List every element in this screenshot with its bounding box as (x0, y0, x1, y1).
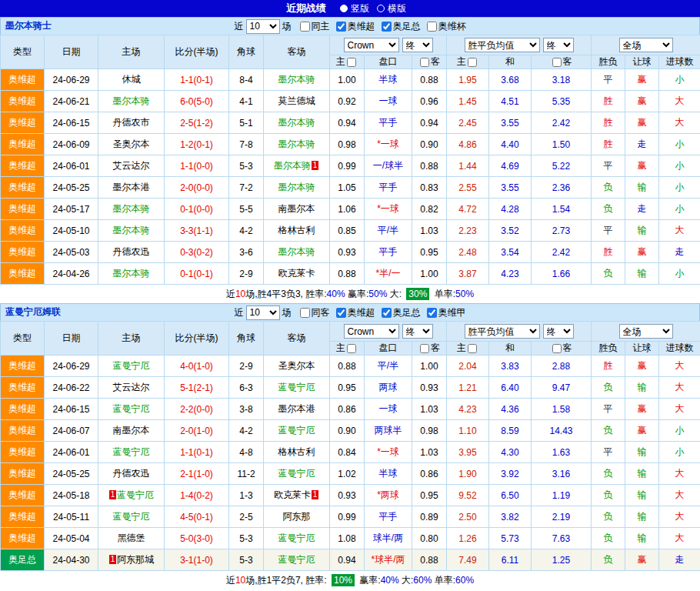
away-team-cell[interactable]: 蓝曼宁厄 (264, 377, 330, 399)
team-name-link[interactable]: 蓝曼宁厄姆联 (5, 304, 61, 320)
league-cell[interactable]: 奥维超 (1, 134, 45, 155)
avg-away-checkbox[interactable] (552, 58, 562, 67)
away-team-cell[interactable]: 南墨尔本 (264, 199, 330, 220)
home-team-cell[interactable]: 蓝曼宁厄 (98, 356, 165, 377)
filter-checkbox[interactable] (427, 308, 437, 318)
away-team-cell[interactable]: 蓝曼宁厄 (264, 463, 330, 485)
league-filter[interactable]: 同主 (300, 18, 330, 35)
avg-home-checkbox[interactable] (468, 58, 477, 67)
home-team-cell[interactable]: 墨尔本港 (98, 177, 165, 199)
home-team-cell[interactable]: 艾云达尔 (98, 155, 165, 177)
league-cell[interactable]: 奥维超 (1, 220, 45, 242)
bookmaker-select[interactable]: Crown (344, 38, 399, 52)
away-team-cell[interactable]: 墨尔本骑 (264, 134, 330, 155)
avg-away-checkbox[interactable] (552, 344, 562, 353)
away-team-cell[interactable]: 阿东那 (264, 506, 330, 528)
home-team-cell[interactable]: 墨尔本骑 (98, 91, 165, 112)
home-team-cell[interactable]: 1阿东那城 (98, 549, 165, 571)
home-team-cell[interactable]: 黑德堡 (98, 528, 165, 549)
league-cell[interactable]: 奥维超 (1, 463, 45, 485)
league-cell[interactable]: 奥维超 (1, 377, 45, 399)
odds-away-checkbox[interactable] (420, 58, 429, 67)
away-team-cell[interactable]: 墨尔本骑 (264, 69, 330, 91)
home-team-cell[interactable]: 艾云达尔 (98, 377, 165, 399)
home-team-cell[interactable]: 丹德农迅 (98, 463, 165, 485)
home-team-cell[interactable]: 丹德农迅 (98, 242, 165, 263)
filter-checkbox[interactable] (382, 22, 392, 32)
avg-odds-select[interactable]: 胜平负均值 (465, 38, 540, 52)
away-team-cell[interactable]: 圣奥尔本 (264, 356, 330, 377)
final-odds-select[interactable]: 终 (402, 324, 433, 339)
final-avg-select[interactable]: 终 (543, 324, 574, 339)
match-count-select[interactable]: 10 (246, 306, 280, 320)
home-team-cell[interactable]: 蓝曼宁厄 (98, 442, 165, 463)
filter-checkbox[interactable] (300, 308, 310, 318)
bookmaker-select[interactable]: Crown (344, 324, 399, 339)
away-team-cell[interactable]: 蓝曼宁厄 (264, 528, 330, 549)
away-team-cell[interactable]: 莫兰德城 (264, 91, 330, 112)
home-team-cell[interactable]: 1蓝曼宁厄 (98, 485, 165, 506)
away-team-cell[interactable]: 格林古利 (264, 220, 330, 242)
home-team-cell[interactable]: 南墨尔本 (98, 420, 165, 442)
away-team-cell[interactable]: 格林古利 (264, 442, 330, 463)
league-cell[interactable]: 奥维超 (1, 442, 45, 463)
away-team-cell[interactable]: 墨尔本骑 (264, 177, 330, 199)
league-filter[interactable]: 奥维甲 (427, 305, 466, 321)
league-cell[interactable]: 奥维超 (1, 112, 45, 134)
filter-checkbox[interactable] (300, 22, 310, 32)
filter-checkbox[interactable] (336, 308, 346, 318)
filter-checkbox[interactable] (382, 308, 392, 318)
away-team-cell[interactable]: 墨尔本骑 (264, 112, 330, 134)
home-team-cell[interactable]: 圣奥尔本 (98, 134, 165, 155)
home-team-cell[interactable]: 丹德农市 (98, 112, 165, 134)
league-filter[interactable]: 奥维杯 (427, 18, 466, 35)
away-team-cell[interactable]: 墨尔本骑1 (264, 155, 330, 177)
home-team-cell[interactable]: 墨尔本骑 (98, 263, 165, 285)
league-filter[interactable]: 奥足总 (382, 305, 421, 321)
team-name-link[interactable]: 墨尔本骑士 (5, 18, 52, 34)
layout-radio[interactable]: 横版 (377, 2, 406, 15)
final-odds-select[interactable]: 终 (402, 38, 433, 52)
away-team-cell[interactable]: 墨尔本骑 (264, 242, 330, 263)
filter-checkbox[interactable] (427, 22, 437, 32)
league-cell[interactable]: 奥维超 (1, 69, 45, 91)
league-cell[interactable]: 奥维超 (1, 155, 45, 177)
league-filter[interactable]: 奥维超 (336, 305, 375, 321)
filter-checkbox[interactable] (336, 22, 346, 32)
away-team-cell[interactable]: 蓝曼宁厄 (264, 549, 330, 571)
home-team-cell[interactable]: 墨尔本骑 (98, 220, 165, 242)
fulltime-select[interactable]: 全场 (619, 324, 673, 339)
match-count-select[interactable]: 10 (246, 19, 280, 34)
odds-away-checkbox[interactable] (420, 344, 429, 353)
league-filter[interactable]: 奥足总 (382, 18, 421, 35)
away-team-cell[interactable]: 蓝曼宁厄 (264, 420, 330, 442)
league-cell[interactable]: 奥维超 (1, 528, 45, 549)
avg-home-checkbox[interactable] (468, 344, 477, 353)
league-cell[interactable]: 奥维超 (1, 177, 45, 199)
home-team-cell[interactable]: 蓝曼宁厄 (98, 506, 165, 528)
league-cell[interactable]: 奥维超 (1, 356, 45, 377)
league-cell[interactable]: 奥维超 (1, 399, 45, 420)
league-cell[interactable]: 奥维超 (1, 506, 45, 528)
league-cell[interactable]: 奥维超 (1, 91, 45, 112)
league-cell[interactable]: 奥维超 (1, 485, 45, 506)
league-cell[interactable]: 奥维超 (1, 420, 45, 442)
league-cell[interactable]: 奥维超 (1, 199, 45, 220)
home-team-cell[interactable]: 蓝曼宁厄 (98, 399, 165, 420)
league-cell[interactable]: 奥维超 (1, 263, 45, 285)
league-filter[interactable]: 同客 (300, 305, 330, 321)
avg-odds-select[interactable]: 胜平负均值 (465, 324, 540, 339)
home-team-cell[interactable]: 休城 (98, 69, 165, 91)
odds-home-checkbox[interactable] (347, 344, 356, 353)
fulltime-select[interactable]: 全场 (619, 38, 673, 52)
layout-radio[interactable]: 竖版 (340, 2, 369, 15)
home-team-cell[interactable]: 墨尔本骑 (98, 199, 165, 220)
league-cell[interactable]: 奥足总 (1, 549, 45, 571)
final-avg-select[interactable]: 终 (543, 38, 574, 52)
away-team-cell[interactable]: 欧克莱卡1 (264, 485, 330, 506)
league-cell[interactable]: 奥维超 (1, 242, 45, 263)
away-team-cell[interactable]: 墨尔本港 (264, 399, 330, 420)
league-filter[interactable]: 奥维超 (336, 18, 375, 35)
odds-home-checkbox[interactable] (347, 58, 356, 67)
away-team-cell[interactable]: 欧克莱卡 (264, 263, 330, 285)
